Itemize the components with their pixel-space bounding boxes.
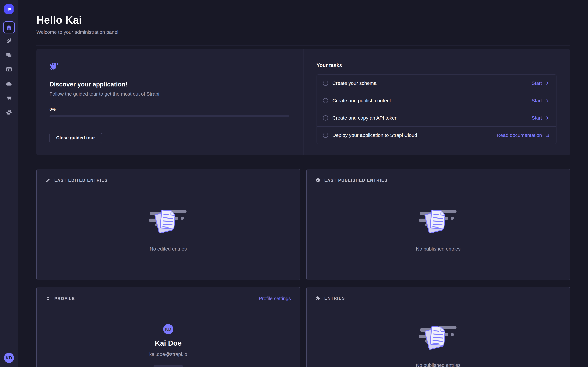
empty-state-message: No published entries [416,246,461,252]
task-action-label: Start [532,98,542,103]
task-status-circle-icon [323,98,328,103]
task-label: Create and copy an API token [332,115,398,121]
sidebar-item-settings[interactable] [0,105,18,120]
task-row-create-schema[interactable]: Create your schema Start [317,75,556,92]
close-guided-tour-button[interactable]: Close guided tour [50,133,102,143]
cart-icon [6,95,12,101]
page-title: Hello Kai [36,14,570,26]
widget-title: LAST PUBLISHED ENTRIES [324,178,388,183]
user-icon [46,296,51,301]
empty-state-illustration [419,324,458,353]
profile-email: kai.doe@strapi.io [149,351,187,357]
task-action-label: Start [532,80,542,86]
task-status-circle-icon [323,133,328,138]
widget-header: LAST EDITED ENTRIES [46,178,291,183]
task-row-deploy-strapi-cloud[interactable]: Deploy your application to Strapi Cloud … [317,126,556,144]
media-library-icon [6,52,12,58]
empty-documents-illustration [419,207,458,236]
strapi-logo[interactable] [4,4,14,14]
profile-settings-link[interactable]: Profile settings [259,296,291,301]
sidebar-item-content-type-builder[interactable] [0,62,18,76]
task-row-create-publish-content[interactable]: Create and publish content Start [317,92,556,109]
empty-state-illustration [419,207,458,237]
task-status-circle-icon [323,115,328,121]
your-tasks-panel: Your tasks Create your schema Start [303,49,570,155]
sidebar-item-strapi-cloud[interactable] [0,76,18,91]
tasks-heading: Your tasks [317,62,556,68]
guided-tour-intro: Discover your application! Follow the gu… [36,49,303,155]
role-badge [154,365,183,367]
profile-name: Kai Doe [155,339,182,347]
progress-percentage: 0% [50,107,289,112]
check-circle-icon [316,178,320,183]
last-published-entries-widget: LAST PUBLISHED ENTRIES [306,169,570,280]
cloud-icon [6,80,12,87]
sidebar: KD [0,0,18,367]
chevron-right-icon [545,81,550,86]
sidebar-item-media-library[interactable] [0,48,18,62]
widget-title: PROFILE [54,296,75,301]
sidebar-item-content-manager[interactable] [0,33,18,48]
feather-icon [6,37,12,44]
profile-avatar: KD [163,324,173,334]
guided-tour-description: Follow the guided tour to get the most o… [50,91,289,97]
task-label: Create and publish content [332,98,391,103]
strapi-admin-app: KD Hello Kai Welcome to your administrat… [0,0,588,367]
chevron-right-icon [545,98,550,103]
task-label: Create your schema [332,80,376,86]
empty-state-illustration [149,207,188,237]
widget-header: ENTRIES [316,296,561,300]
puzzle-icon [316,296,320,300]
sidebar-divider [0,18,18,18]
widgets-grid: LAST EDITED ENTRIES [36,169,570,367]
widget-header: LAST PUBLISHED ENTRIES [316,178,561,183]
pencil-icon [46,178,51,183]
profile-widget: PROFILE Profile settings KD Kai Doe kai.… [36,287,300,367]
task-start-link[interactable]: Start [532,115,550,121]
strapi-logo-icon [6,6,12,12]
chevron-right-icon [545,116,550,120]
empty-documents-illustration [419,324,458,353]
last-edited-entries-widget: LAST EDITED ENTRIES [36,169,300,280]
wave-hand-icon [50,62,59,71]
task-start-link[interactable]: Start [532,80,550,86]
read-documentation-link[interactable]: Read documentation [497,133,550,138]
sidebar-item-home[interactable] [3,21,15,33]
task-action-label: Read documentation [497,133,542,138]
task-row-create-api-token[interactable]: Create and copy an API token Start [317,109,556,126]
empty-state-message: No published entries [416,362,461,367]
sidebar-bottom-divider [0,348,18,348]
gear-icon [6,109,12,116]
guided-tour-title: Discover your application! [50,81,289,88]
task-start-link[interactable]: Start [532,98,550,103]
task-label: Deploy your application to Strapi Cloud [332,133,417,138]
widget-title: LAST EDITED ENTRIES [54,178,108,183]
widget-title: ENTRIES [324,296,345,300]
task-status-circle-icon [323,81,328,86]
external-link-icon [545,133,550,138]
page-header: Hello Kai Welcome to your administration… [36,0,570,45]
guided-tour-card: Discover your application! Follow the gu… [36,49,570,155]
empty-documents-illustration [149,207,188,236]
main-content: Hello Kai Welcome to your administration… [18,0,588,367]
page-subtitle: Welcome to your administration panel [36,29,570,35]
widget-header: PROFILE Profile settings [46,296,291,301]
progress-bar [50,115,289,117]
task-action-label: Start [532,115,542,121]
entries-widget: ENTRIES [306,287,570,367]
sidebar-user-avatar[interactable]: KD [4,353,14,363]
layout-icon [6,66,12,73]
home-icon [6,24,12,31]
sidebar-item-marketplace[interactable] [0,91,18,105]
tasks-list: Create your schema Start Create and publ… [317,74,556,144]
empty-state-message: No edited entries [150,246,187,252]
